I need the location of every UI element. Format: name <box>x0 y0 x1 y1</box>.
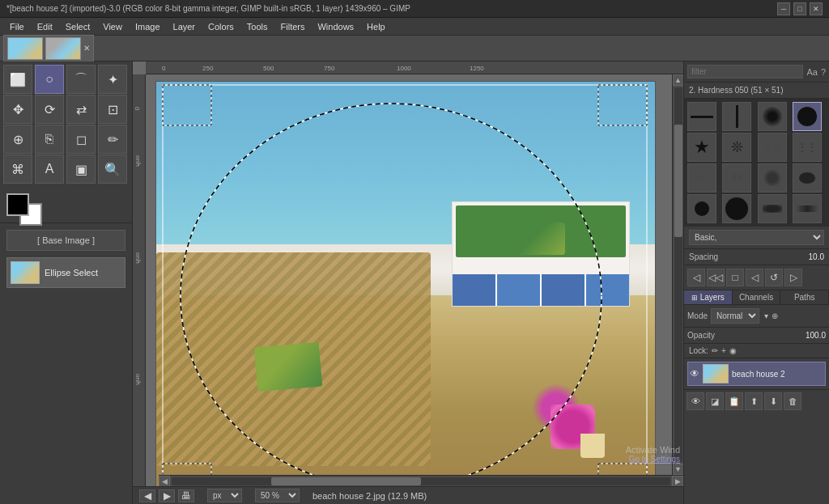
brush-cell-stroke1[interactable] <box>758 194 787 223</box>
tool-paths[interactable]: ⌘ <box>3 155 32 184</box>
print-button[interactable]: 🖶 <box>178 489 194 502</box>
minimize-button[interactable]: ─ <box>777 2 790 15</box>
brush-action-new[interactable]: □ <box>726 269 744 286</box>
brush-splat-shape-1: ❊ <box>731 138 743 156</box>
tool-fill[interactable]: ▣ <box>66 155 96 184</box>
image-canvas[interactable] <box>155 81 656 486</box>
menu-item-help[interactable]: Help <box>360 20 392 33</box>
forward-button[interactable]: ▶ <box>159 489 175 502</box>
horizontal-scroll-track[interactable] <box>172 477 670 485</box>
tool-text[interactable]: A <box>35 155 64 184</box>
layer-eye-button[interactable]: 👁 <box>687 392 704 410</box>
vertical-scroll-thumb[interactable] <box>674 125 682 237</box>
tab-beach-house-2[interactable]: ✕ <box>3 35 94 62</box>
scroll-right-button[interactable]: ▶ <box>672 476 683 487</box>
scroll-down-button[interactable]: ▼ <box>673 464 684 475</box>
menu-item-file[interactable]: File <box>3 20 31 33</box>
brush-cell-hard[interactable] <box>793 102 822 131</box>
brush-blob-2 <box>799 172 815 184</box>
brush-action-next[interactable]: ▷ <box>784 269 802 286</box>
menu-item-view[interactable]: View <box>96 20 129 33</box>
brush-cell-dots1[interactable]: ∷∷ <box>687 163 716 193</box>
tab-channels[interactable]: Channels <box>733 290 781 304</box>
tool-erase[interactable]: ◻ <box>66 125 96 154</box>
tab-layers[interactable]: ⊞ Layers <box>684 290 733 304</box>
brush-cell-blob1[interactable] <box>758 163 787 193</box>
menu-item-image[interactable]: Image <box>129 20 167 33</box>
layer-mode-select[interactable]: Normal Multiply Screen <box>711 308 759 324</box>
menu-item-edit[interactable]: Edit <box>31 20 59 33</box>
tool-paint[interactable]: ✏ <box>98 125 127 154</box>
brush-filter-input[interactable] <box>687 65 803 78</box>
active-layer-item[interactable]: Ellipse Select <box>6 257 125 288</box>
brush-cell-line-h[interactable] <box>687 102 716 131</box>
titlebar: *[beach house 2] (imported)-3.0 (RGB col… <box>0 0 829 18</box>
tool-clone[interactable]: ⎘ <box>35 125 64 154</box>
maximize-button[interactable]: □ <box>793 2 806 15</box>
tool-zoom[interactable]: 🔍 <box>98 155 127 184</box>
layer-duplicate-button[interactable]: 📋 <box>725 392 743 410</box>
tab-paths[interactable]: Paths <box>780 290 829 304</box>
brush-cell-dots2[interactable]: ⠿⠿ <box>722 163 751 193</box>
lock-alpha-icon[interactable]: ◉ <box>729 346 737 355</box>
tool-crop[interactable]: ⊡ <box>98 95 127 124</box>
brush-cell-star[interactable]: ★ <box>687 133 716 162</box>
tool-transform[interactable]: ⟳ <box>35 95 64 124</box>
foreground-color-swatch[interactable] <box>6 193 29 216</box>
scroll-up-button[interactable]: ▲ <box>673 74 684 86</box>
brush-action-2[interactable]: ◁◁ <box>707 269 725 286</box>
layer-down-button[interactable]: ⬇ <box>764 392 782 410</box>
menu-item-windows[interactable]: Windows <box>311 20 360 33</box>
menu-item-filters[interactable]: Filters <box>274 20 312 33</box>
lock-paint-icon[interactable]: ✏ <box>712 346 718 355</box>
pillow-2 <box>254 342 322 392</box>
mode-extra[interactable]: ⊕ <box>772 311 778 320</box>
brush-action-1[interactable]: ◁ <box>687 269 705 286</box>
tool-free-select[interactable]: ⌒ <box>66 65 96 94</box>
horizontal-scrollbar[interactable]: ◀ ▶ <box>159 475 683 486</box>
brush-cell-splat1[interactable]: ❊ <box>722 133 751 162</box>
menu-item-colors[interactable]: Colors <box>202 20 240 33</box>
vertical-scroll-track[interactable] <box>674 87 682 462</box>
brush-cell-splat3[interactable]: ⋮⋮ <box>793 133 822 162</box>
brush-cell-blob2[interactable] <box>793 163 822 193</box>
menu-item-tools[interactable]: Tools <box>240 20 274 33</box>
menu-item-layer[interactable]: Layer <box>167 20 202 33</box>
brush-cell-splat2[interactable]: ⁘⁘ <box>758 133 787 162</box>
tool-heal[interactable]: ⊕ <box>3 125 32 154</box>
canvas-viewport[interactable]: ▲ ▼ ◀ ▶ Activate Wind Go <box>146 74 683 486</box>
back-button[interactable]: ◀ <box>139 489 155 502</box>
layer-item-beach-house[interactable]: 👁 beach house 2 <box>687 362 826 386</box>
close-button[interactable]: ✕ <box>810 2 823 15</box>
brush-action-prev[interactable]: ◁ <box>746 269 763 286</box>
layer-delete-button[interactable]: 🗑 <box>784 392 801 410</box>
layer-up-button[interactable]: ⬆ <box>745 392 763 410</box>
brush-cell-stroke2[interactable] <box>793 194 822 223</box>
tool-ellipse-select[interactable]: ○ <box>35 65 64 94</box>
lock-position-icon[interactable]: + <box>721 346 726 355</box>
tool-fuzzy-select[interactable]: ✦ <box>98 65 127 94</box>
brush-type-select[interactable]: Basic, Bristle Pencil <box>689 230 824 245</box>
zoom-select[interactable]: 50 % 25 % 100 % 200 % <box>255 489 300 502</box>
layer-visibility-icon[interactable]: 👁 <box>690 368 699 379</box>
unit-select[interactable]: px mm in <box>207 489 242 502</box>
scroll-left-button[interactable]: ◀ <box>159 476 170 487</box>
layer-anchor-button[interactable]: ◪ <box>706 392 724 410</box>
tool-rect-select[interactable]: ⬜ <box>3 65 32 94</box>
brush-cell-line-v[interactable] <box>722 102 751 131</box>
mode-arrows[interactable]: ▾ <box>764 311 768 320</box>
tab-close-icon[interactable]: ✕ <box>83 44 90 53</box>
vertical-scrollbar[interactable]: ▲ ▼ <box>672 74 683 475</box>
layer-name-label: beach house 2 <box>732 370 785 379</box>
brush-action-refresh[interactable]: ↺ <box>765 269 783 286</box>
titlebar-title: *[beach house 2] (imported)-3.0 (RGB col… <box>6 4 410 13</box>
tool-move[interactable]: ✥ <box>3 95 32 124</box>
tool-flip[interactable]: ⇄ <box>66 95 96 124</box>
statusbar: ◀ ▶ 🖶 px mm in 50 % 25 % 100 % 200 % bea… <box>133 486 683 504</box>
horizontal-scroll-thumb[interactable] <box>271 477 421 485</box>
menu-item-select[interactable]: Select <box>59 20 97 33</box>
brush-cell-soft[interactable] <box>758 102 787 131</box>
help-icon[interactable]: ? <box>821 67 826 77</box>
brush-cell-circle-md[interactable] <box>687 194 716 223</box>
brush-cell-circle-lg[interactable] <box>722 194 751 223</box>
